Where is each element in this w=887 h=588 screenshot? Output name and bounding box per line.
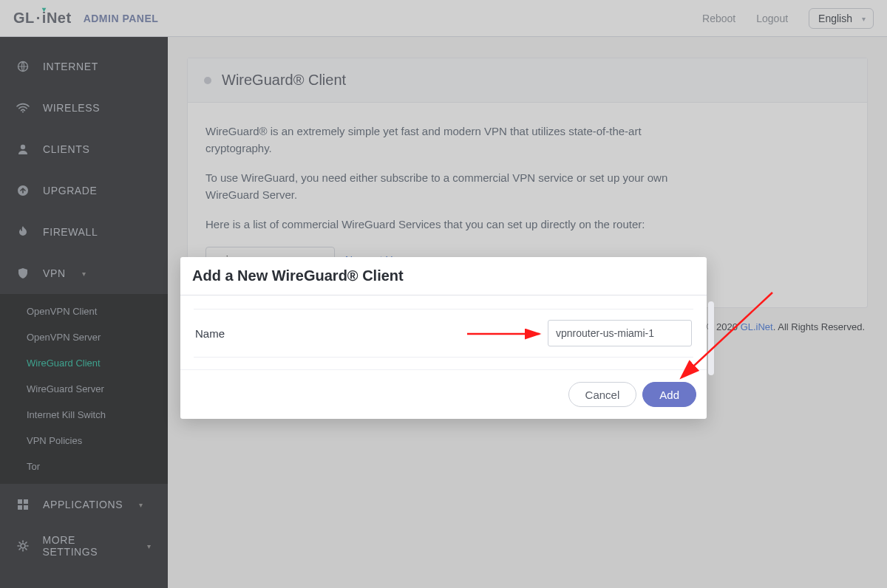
modal-header: Add a New WireGuard® Client [180, 257, 707, 292]
form-row-name: Name [194, 309, 693, 358]
modal-title: Add a New WireGuard® Client [192, 267, 695, 284]
add-wireguard-client-modal: Add a New WireGuard® Client Name Cancel … [180, 257, 707, 419]
scrollbar-hint [708, 301, 714, 375]
name-label: Name [195, 327, 225, 340]
name-input[interactable] [548, 320, 692, 346]
modal-footer: Cancel Add [180, 369, 707, 419]
add-button[interactable]: Add [642, 382, 696, 407]
cancel-button[interactable]: Cancel [568, 382, 637, 407]
modal-body: Name [180, 295, 707, 360]
